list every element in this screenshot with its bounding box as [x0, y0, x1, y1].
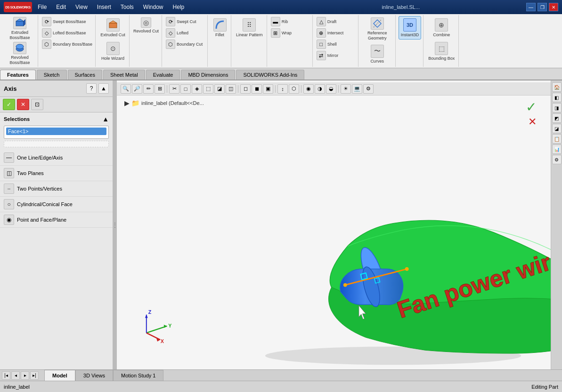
draft-button[interactable]: △ Draft [315, 16, 357, 27]
swept-boss-button[interactable]: ⟳ Swept Boss/Base [40, 16, 94, 27]
svg-text:Y: Y [168, 323, 171, 328]
tab-surfaces[interactable]: Surfaces [68, 70, 102, 80]
rt-btn-6[interactable]: 📊 [552, 144, 562, 154]
rt-btn-4[interactable]: ◪ [552, 124, 562, 133]
curves-button[interactable]: 〜 Curves [368, 42, 386, 66]
minimize-button[interactable]: — [526, 3, 536, 11]
vp-rotate-icon[interactable]: ◈ [192, 84, 202, 94]
vp-settings-icon[interactable]: ⚙ [363, 84, 374, 94]
vp-light-icon[interactable]: ☀ [341, 84, 351, 94]
combine-button[interactable]: ⊕ Combine [431, 16, 452, 40]
hole-wizard-button[interactable]: ⊙ Hole Wizard [99, 40, 126, 63]
menu-tools[interactable]: Tools [119, 3, 136, 11]
bottom-tab-motion-study[interactable]: Motion Study 1 [113, 370, 163, 381]
shell-button[interactable]: □ Shell [315, 39, 357, 50]
selections-collapse-icon[interactable]: ▲ [102, 115, 109, 123]
rt-btn-3[interactable]: ◩ [552, 113, 562, 123]
selection-box[interactable]: Face<1> [4, 126, 109, 139]
tab-solidworks-addins[interactable]: SOLIDWORKS Add-Ins [236, 70, 304, 80]
selection-add-row[interactable] [4, 141, 109, 147]
fillet-button[interactable]: Fillet [212, 16, 228, 40]
instant3d-button[interactable]: 3D Instant3D [399, 16, 422, 40]
panel-option-two-planes[interactable]: ◫ Two Planes [0, 166, 113, 181]
vp-hex-icon[interactable]: ⬡ [289, 84, 299, 94]
menu-window[interactable]: Window [141, 3, 165, 11]
tab-evaluate[interactable]: Evaluate [146, 70, 180, 80]
tab-features[interactable]: Features [0, 70, 36, 80]
swept-cut-icon: ⟳ [166, 17, 175, 26]
rt-btn-7[interactable]: ⚙ [552, 155, 562, 164]
vp-frame-icon[interactable]: ⬚ [203, 84, 213, 94]
linear-pattern-button[interactable]: ⠿ Linear Pattern [234, 16, 265, 40]
bnav-prev-button[interactable]: ◂ [11, 371, 20, 380]
vp-grid-icon[interactable]: ⊞ [155, 84, 165, 94]
vp-arrow-icon[interactable]: ↕ [277, 84, 288, 94]
panel-option-point-face[interactable]: ◉ Point and Face/Plane [0, 212, 113, 228]
bnav-last-button[interactable]: ▸| [30, 371, 39, 380]
menu-view[interactable]: View [73, 3, 90, 11]
bottom-tab-3dviews[interactable]: 3D Views [75, 370, 113, 381]
vp-cube2-icon[interactable]: ◼ [252, 84, 262, 94]
selections-title: Selections [4, 116, 30, 122]
panel-cancel-button[interactable]: ✕ [17, 99, 29, 110]
hole-wizard-label: Hole Wizard [101, 56, 124, 61]
bnav-first-button[interactable]: |◂ [2, 371, 10, 380]
panel-other-button[interactable]: ⊡ [31, 99, 43, 110]
status-bar: inline_label Editing Part [0, 381, 562, 392]
vp-zoom-icon[interactable]: 🔎 [132, 84, 142, 94]
rt-home-button[interactable]: 🏠 [552, 82, 562, 92]
svg-line-19 [147, 326, 167, 333]
rib-button[interactable]: ▬ Rib [269, 16, 311, 27]
close-button[interactable]: ✕ [549, 3, 558, 11]
vp-circle-icon[interactable]: ◉ [303, 84, 314, 94]
menu-help[interactable]: Help [171, 3, 187, 11]
wrap-button[interactable]: ⊞ Wrap [269, 27, 311, 39]
panel-option-cylindrical[interactable]: ○ Cylindrical/Conical Face [0, 197, 113, 212]
rt-btn-2[interactable]: ◨ [552, 103, 562, 112]
swept-cut-button[interactable]: ⟳ Swept Cut [164, 16, 206, 27]
rt-btn-1[interactable]: ◧ [552, 93, 562, 102]
maximize-button[interactable]: ❐ [538, 3, 547, 11]
tab-mbd-dimensions[interactable]: MBD Dimensions [181, 70, 235, 80]
menu-file[interactable]: File [36, 3, 49, 11]
boundary-boss-button[interactable]: ⬡ Boundary Boss/Base [40, 39, 94, 50]
panel-collapse-icon[interactable]: ▲ [98, 83, 109, 94]
panel-resizer[interactable] [113, 80, 117, 369]
bounding-box-button[interactable]: ⬚ Bounding Box [426, 40, 456, 63]
vp-half3-icon[interactable]: ◑ [315, 84, 325, 94]
rt-btn-5[interactable]: 📋 [552, 134, 562, 144]
revolved-boss-button[interactable]: Revolved Boss/Base [4, 41, 36, 66]
reference-geometry-button[interactable]: Reference Geometry [361, 16, 393, 42]
lofted-cut-button[interactable]: ◇ Lofted [164, 27, 206, 39]
panel-option-two-points[interactable]: ·· Two Points/Vertices [0, 181, 113, 197]
tab-sketch[interactable]: Sketch [37, 70, 67, 80]
lofted-boss-button[interactable]: ◇ Lofted Boss/Base [40, 27, 94, 39]
extruded-boss-button[interactable]: Extruded Boss/Base [4, 16, 36, 41]
bnav-next-button[interactable]: ▸ [21, 371, 29, 380]
status-bar-right: Editing Part [531, 384, 558, 390]
vp-box1-icon[interactable]: □ [180, 84, 191, 94]
vp-search-icon[interactable]: 🔍 [121, 84, 131, 94]
panel-option-one-line[interactable]: — One Line/Edge/Axis [0, 150, 113, 166]
menu-insert[interactable]: Insert [95, 3, 113, 11]
bottom-tab-model[interactable]: Model [44, 370, 75, 381]
vp-cube3-icon[interactable]: ▣ [263, 84, 273, 94]
panel-confirm-button[interactable]: ✓ [3, 99, 15, 110]
two-points-label: Two Points/Vertices [17, 186, 62, 192]
menu-edit[interactable]: Edit [54, 3, 68, 11]
vp-half2-icon[interactable]: ◫ [226, 84, 236, 94]
extruded-cut-button[interactable]: Extruded Cut [98, 16, 127, 40]
vp-half4-icon[interactable]: ◒ [326, 84, 336, 94]
intersect-button[interactable]: ⊕ Intersect [315, 27, 357, 39]
two-planes-icon: ◫ [4, 168, 14, 178]
vp-pencil-icon[interactable]: ✏ [143, 84, 154, 94]
vp-cut1-icon[interactable]: ✂ [169, 84, 179, 94]
mirror-button[interactable]: ⇄ Mirror [315, 50, 357, 61]
revolved-cut-button[interactable]: ◎ Revolved Cut [131, 16, 161, 35]
boundary-cut-button[interactable]: ⬡ Boundary Cut [164, 39, 206, 50]
vp-half1-icon[interactable]: ◪ [214, 84, 225, 94]
vp-monitor-icon[interactable]: 💻 [352, 84, 362, 94]
vp-cube1-icon[interactable]: ◻ [240, 84, 251, 94]
tab-sheet-metal[interactable]: Sheet Metal [103, 70, 145, 80]
panel-help-icon[interactable]: ? [86, 83, 97, 94]
